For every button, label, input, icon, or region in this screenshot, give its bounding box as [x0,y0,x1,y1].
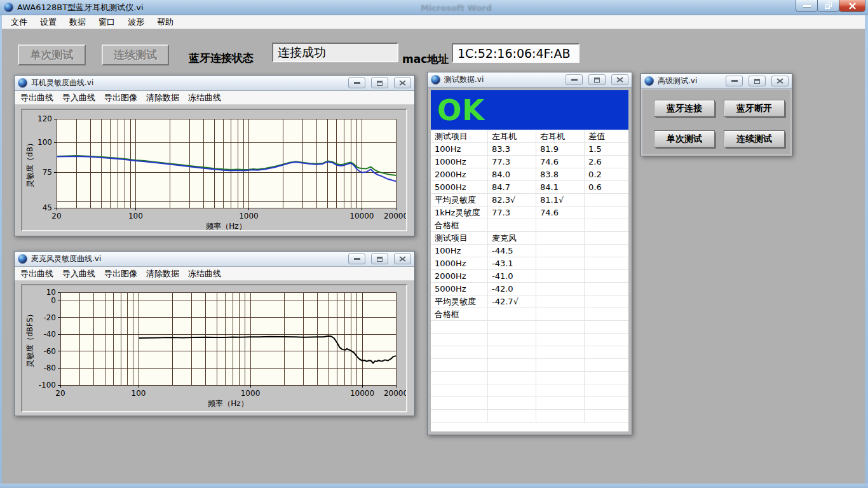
table-cell [431,359,488,371]
menu-item[interactable]: 导出图像 [101,267,143,281]
svg-text:-60: -60 [43,347,56,356]
adv-button-4[interactable]: 连续测试 [724,130,785,147]
table-cell: 77.3 [488,156,536,168]
close-button[interactable] [394,254,411,264]
menu-item[interactable]: 设置 [34,15,63,29]
restore-button[interactable] [588,74,606,85]
svg-text:120: 120 [37,114,52,123]
table-cell [431,410,488,422]
menu-item[interactable]: 冻结曲线 [185,91,227,105]
close-button[interactable] [839,0,865,12]
table-cell [585,232,628,244]
table-cell: -42.7√ [488,295,536,308]
svg-text:20: 20 [51,212,61,220]
menu-item[interactable]: 导出曲线 [17,91,59,105]
menu-item[interactable]: 清除数据 [143,267,185,281]
vi-icon [18,78,27,88]
table-cell [536,346,585,358]
svg-text:20: 20 [55,389,65,398]
table-cell: 右耳机 [536,130,585,142]
table-cell [536,232,585,244]
table-row: 5000Hz-42.0 [431,283,628,295]
table-cell: 2000Hz [431,168,488,180]
menu-item[interactable]: 数据 [63,15,92,29]
menu-item[interactable]: 清除数据 [143,91,185,105]
svg-text:-80: -80 [43,363,56,372]
data-window-titlebar[interactable]: 测试数据.vi [428,72,632,88]
advanced-window-title: 高级测试.vi [658,76,720,86]
adv-button-1[interactable]: 蓝牙连接 [654,100,715,117]
advanced-window-titlebar[interactable]: 高级测试.vi [641,74,792,89]
svg-text:10: 10 [46,288,56,297]
table-cell [585,410,628,422]
menu-item[interactable]: 导入曲线 [59,91,101,105]
adv-button-3[interactable]: 单次测试 [654,130,715,147]
table-cell: 83.8 [536,168,585,180]
menu-item[interactable]: 冻结曲线 [185,267,227,281]
app-icon [4,3,13,12]
svg-text:10000: 10000 [349,212,374,220]
restore-button[interactable] [371,254,388,264]
menu-item[interactable]: 窗口 [92,15,121,29]
table-row: 合格框 [431,219,628,232]
minimize-button[interactable] [566,74,583,85]
menu-item[interactable]: 帮助 [151,15,180,29]
table-cell [585,257,628,269]
minimize-icon [571,79,578,81]
svg-text:-100: -100 [39,381,56,390]
single-test-button[interactable]: 单次测试 [18,44,86,65]
table-cell: -43.1 [488,257,536,269]
headphone-sensitivity-chart: 20100100010000200001201007545频率（Hz）灵敏度（d… [22,110,406,233]
mac-field[interactable]: 1C:52:16:06:4F:AB [452,43,580,63]
table-cell [536,334,585,346]
table-cell [431,334,488,346]
adv-button-2[interactable]: 蓝牙断开 [724,100,785,117]
table-cell: 2000Hz [431,270,488,282]
close-button[interactable] [394,78,411,88]
table-cell [536,372,585,384]
table-row-empty [431,334,628,346]
table-cell: 麦克风 [488,232,536,244]
table-row-empty [431,346,628,359]
svg-text:1000: 1000 [241,389,261,398]
table-cell: 0.2 [585,168,628,180]
table-row: 合格框 [431,308,628,321]
table-cell: 测试项目 [431,232,488,244]
menu-item[interactable]: 导出图像 [101,91,143,105]
close-button[interactable] [771,76,789,86]
headphone-window-titlebar[interactable]: 耳机灵敏度曲线.vi [15,76,414,91]
svg-text:20000: 20000 [384,389,406,398]
menu-item[interactable]: 导入曲线 [59,267,101,281]
bt-status-field[interactable]: 连接成功 [272,43,398,62]
table-cell: -42.0 [488,283,536,295]
headphone-window-menubar: 导出曲线导入曲线导出图像清除数据冻结曲线 [15,91,414,105]
table-row-empty [431,372,628,384]
menu-item[interactable]: 文件 [4,15,34,29]
restore-icon [377,81,383,86]
minimize-button[interactable] [348,254,365,264]
restore-button[interactable] [371,78,388,88]
minimize-icon [731,80,738,82]
minimize-button[interactable] [348,78,365,88]
table-cell: 1.5 [585,143,628,155]
table-cell: 83.3 [488,143,536,155]
table-cell: 2.6 [585,156,628,168]
minimize-button[interactable] [796,0,818,12]
continuous-test-button[interactable]: 连续测试 [102,44,169,65]
svg-text:1000: 1000 [239,212,259,220]
mic-window-titlebar[interactable]: 麦克风灵敏度曲线.vi [15,252,414,267]
table-row: 平均灵敏度82.3√81.1√ [431,194,628,207]
close-button[interactable] [611,74,628,85]
menu-item[interactable]: 导出曲线 [17,267,59,281]
main-caption-buttons [796,0,865,12]
restore-button[interactable] [817,0,839,12]
restore-button[interactable] [749,76,766,86]
minimize-button[interactable] [726,76,743,86]
background-window-ghost: Microsoft Word [421,3,492,13]
table-row-empty [431,397,628,410]
table-cell: 1kHz灵敏度 [431,207,488,219]
menu-item[interactable]: 波形 [121,15,151,29]
table-cell [585,308,628,320]
table-cell [585,245,628,257]
table-cell [585,283,628,295]
